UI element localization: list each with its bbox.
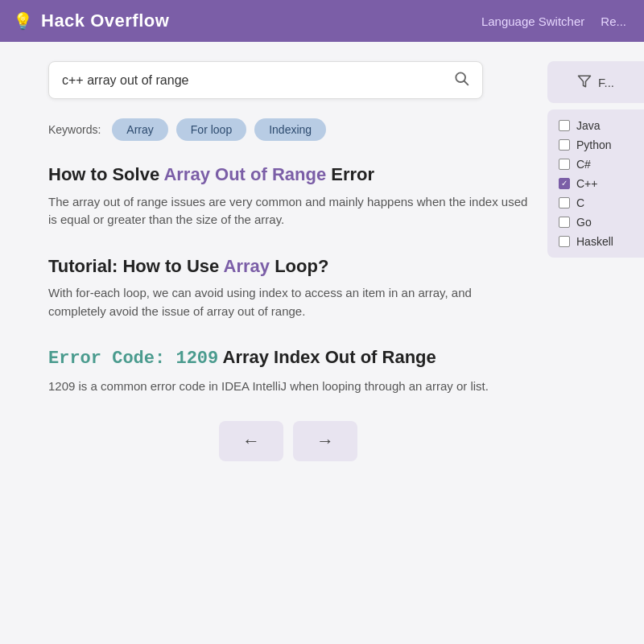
svg-line-1	[464, 81, 469, 85]
result-title-highlight-1: Array Out of Range	[163, 164, 326, 184]
result-title-code-3: Error Code: 1209	[48, 349, 218, 369]
keywords-row: Keywords: Array For loop Indexing	[48, 118, 528, 141]
svg-marker-2	[578, 76, 590, 87]
lang-name-haskell: Haskell	[576, 235, 613, 248]
prev-page-button[interactable]: ←	[219, 421, 283, 461]
lang-checkbox-c[interactable]	[559, 197, 570, 208]
lang-item-cpp[interactable]: C++	[559, 177, 636, 190]
main-layout: Keywords: Array For loop Indexing How to…	[0, 42, 644, 505]
header-nav: Language Switcher Re...	[477, 11, 631, 31]
result-desc-3: 1209 is a common error code in IDEA Inte…	[48, 378, 528, 396]
next-page-button[interactable]: →	[293, 421, 357, 461]
logo-icon: 💡	[13, 11, 33, 31]
search-bar	[48, 61, 483, 99]
result-title-suffix-3: Array Index Out of Range	[218, 347, 436, 367]
filter-label: F...	[598, 76, 614, 89]
language-filter-box: Java Python C# C++ C Go	[547, 109, 644, 258]
result-item-2: Tutorial: How to Use Array Loop? With fo…	[48, 255, 528, 321]
lang-name-cpp: C++	[576, 177, 597, 190]
content-area: Keywords: Array For loop Indexing How to…	[0, 61, 547, 505]
result-item-3: Error Code: 1209 Array Index Out of Rang…	[48, 346, 528, 395]
result-title-suffix-2: Loop?	[270, 256, 328, 276]
filter-bar[interactable]: F...	[547, 61, 644, 103]
result-item-1: How to Solve Array Out of Range Error Th…	[48, 163, 528, 229]
lang-item-c[interactable]: C	[559, 196, 636, 209]
lang-item-haskell[interactable]: Haskell	[559, 235, 636, 248]
lang-checkbox-haskell[interactable]	[559, 236, 570, 247]
header-left: 💡 Hack Overflow	[13, 10, 169, 31]
result-title-plain-2: Tutorial: How to Use	[48, 256, 224, 276]
result-desc-2: With for-each loop, we can avoid using i…	[48, 284, 528, 320]
keyword-tag-indexing[interactable]: Indexing	[254, 118, 326, 141]
lang-name-java: Java	[576, 119, 601, 132]
result-title-2[interactable]: Tutorial: How to Use Array Loop?	[48, 255, 528, 279]
language-switcher-link[interactable]: Language Switcher	[477, 11, 589, 31]
lang-name-csharp: C#	[576, 158, 591, 171]
pagination: ← →	[48, 421, 528, 485]
keyword-tag-forloop[interactable]: For loop	[176, 118, 246, 141]
lang-checkbox-go[interactable]	[559, 217, 570, 228]
lang-checkbox-java[interactable]	[559, 120, 570, 131]
lang-checkbox-cpp[interactable]	[559, 178, 570, 189]
lang-name-go: Go	[576, 216, 592, 229]
result-title-suffix-1: Error	[326, 164, 374, 184]
lang-item-python[interactable]: Python	[559, 138, 636, 151]
lang-item-csharp[interactable]: C#	[559, 158, 636, 171]
result-title-highlight-2: Array	[224, 256, 270, 276]
nav-item-2[interactable]: Re...	[596, 11, 631, 31]
filter-icon	[577, 74, 592, 91]
lang-name-c: C	[576, 196, 584, 209]
result-title-3[interactable]: Error Code: 1209 Array Index Out of Rang…	[48, 346, 528, 371]
sidebar: F... Java Python C# C++ C	[547, 61, 644, 505]
lang-item-java[interactable]: Java	[559, 119, 636, 132]
lang-checkbox-python[interactable]	[559, 139, 570, 151]
result-desc-1: The array out of range issues are very c…	[48, 193, 528, 229]
keyword-tag-array[interactable]: Array	[112, 118, 167, 141]
header: 💡 Hack Overflow Language Switcher Re...	[0, 0, 644, 42]
search-input[interactable]	[62, 73, 453, 88]
site-title: Hack Overflow	[41, 10, 169, 31]
lang-item-go[interactable]: Go	[559, 216, 636, 229]
lang-checkbox-csharp[interactable]	[559, 159, 570, 170]
result-title-1[interactable]: How to Solve Array Out of Range Error	[48, 163, 528, 187]
search-bar-wrapper	[48, 61, 528, 99]
search-icon[interactable]	[453, 70, 469, 90]
result-title-plain-1: How to Solve	[48, 164, 163, 184]
lang-name-python: Python	[576, 138, 612, 151]
keywords-label: Keywords:	[48, 123, 101, 136]
